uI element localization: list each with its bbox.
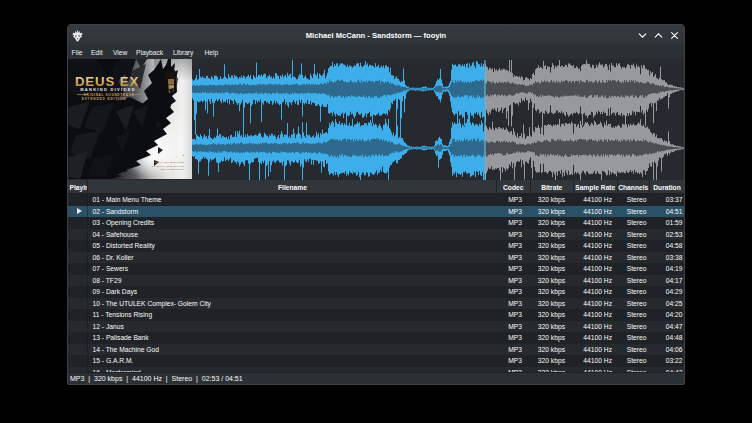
svg-text:ED HARRISON: ED HARRISON (161, 168, 184, 171)
svg-text:MICHAEL McCANN: MICHAEL McCANN (154, 161, 184, 164)
svg-text:EXTENDED EDITION: EXTENDED EDITION (82, 97, 127, 101)
svg-text:MANKIND DIVIDED: MANKIND DIVIDED (80, 87, 136, 92)
svg-text:SASCHA DIKICIYAN: SASCHA DIKICIYAN (152, 165, 184, 168)
